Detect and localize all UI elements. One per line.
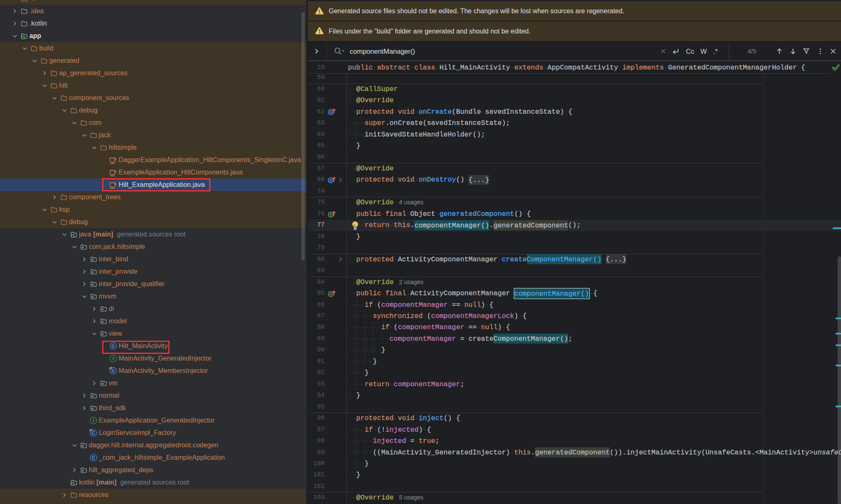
svg-text:I: I xyxy=(93,418,94,423)
svg-text:I: I xyxy=(112,356,114,361)
svg-text:C: C xyxy=(92,455,95,460)
svg-text:C: C xyxy=(92,430,95,435)
svg-text:C: C xyxy=(112,368,115,373)
